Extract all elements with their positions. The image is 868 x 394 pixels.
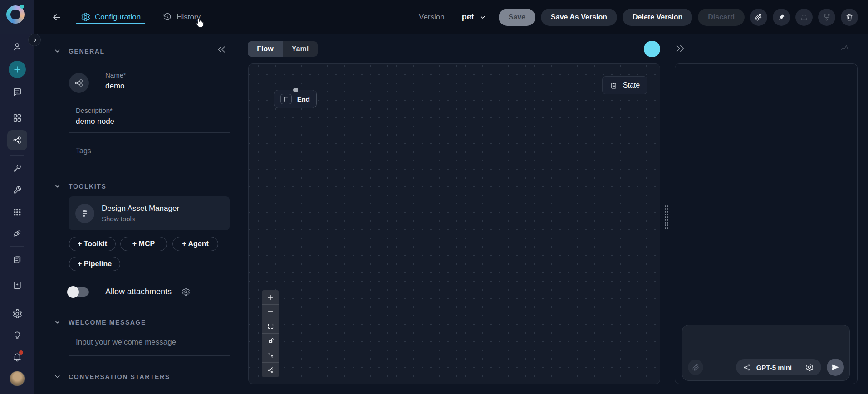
allow-attachments-toggle[interactable] xyxy=(68,287,89,297)
version-dropdown[interactable]: pet xyxy=(462,12,487,22)
nav-documents[interactable] xyxy=(7,249,27,269)
allow-attachments-row: Allow attachments xyxy=(68,287,190,297)
rail-divider xyxy=(10,105,24,105)
copy-link-button[interactable] xyxy=(750,9,767,26)
save-as-version-button[interactable]: Save As Version xyxy=(541,9,617,26)
toolkit-card[interactable]: Design Asset Manager Show tools xyxy=(69,196,230,230)
workflow-icon xyxy=(74,78,84,88)
fork-button[interactable] xyxy=(818,9,835,26)
delete-version-button[interactable]: Delete Version xyxy=(623,9,692,26)
gear-icon xyxy=(12,309,22,319)
attachments-settings-icon[interactable] xyxy=(181,287,190,296)
chat-input-container[interactable]: GPT-5 mini xyxy=(682,325,850,381)
activity-icon[interactable] xyxy=(840,44,849,54)
back-button[interactable] xyxy=(50,10,64,24)
nav-notifications[interactable] xyxy=(7,347,27,367)
welcome-message-field[interactable] xyxy=(76,338,212,347)
send-button[interactable] xyxy=(827,359,844,376)
chevron-down-icon xyxy=(54,318,61,326)
rail-divider xyxy=(10,272,24,272)
rail-expand-button[interactable] xyxy=(28,34,41,46)
pin-button[interactable] xyxy=(773,9,790,26)
notification-dot xyxy=(19,350,23,355)
description-field[interactable] xyxy=(76,117,194,126)
node-connection-handle[interactable] xyxy=(293,88,298,92)
figma-icon xyxy=(75,204,94,223)
panel-resize-handle[interactable] xyxy=(664,205,669,229)
lock-button[interactable] xyxy=(262,334,279,348)
field-underline xyxy=(69,132,230,133)
add-toolkit-button[interactable]: + Toolkit xyxy=(69,237,116,251)
toggle-knob xyxy=(67,286,79,298)
toolkit-name: Design Asset Manager xyxy=(102,204,179,213)
chevron-right-icon xyxy=(31,37,38,44)
section-welcome-message[interactable]: WELCOME MESSAGE xyxy=(54,318,146,326)
nav-integrations[interactable] xyxy=(7,202,27,222)
export-button[interactable] xyxy=(795,9,813,26)
add-agent-button[interactable]: + Agent xyxy=(172,237,218,251)
top-bar: Configuration History Version pet Save S… xyxy=(0,0,868,34)
section-general[interactable]: GENERAL xyxy=(54,47,105,55)
section-starters-title: CONVERSATION STARTERS xyxy=(69,373,170,380)
section-toolkits[interactable]: TOOLKITS xyxy=(54,182,106,190)
nav-credentials[interactable] xyxy=(7,158,27,178)
model-settings-button[interactable] xyxy=(799,363,819,371)
expand-right-panel-button[interactable] xyxy=(675,44,685,55)
app-logo[interactable] xyxy=(0,0,34,34)
attach-file-button[interactable] xyxy=(688,360,703,375)
version-label: Version xyxy=(419,13,445,22)
add-mcp-button[interactable]: + MCP xyxy=(120,237,167,251)
description-label: Description* xyxy=(76,107,113,114)
agent-avatar[interactable] xyxy=(69,73,89,93)
zoom-out-button[interactable] xyxy=(262,305,279,319)
view-tab-yaml[interactable]: Yaml xyxy=(283,41,318,57)
tab-configuration[interactable]: Configuration xyxy=(76,0,145,34)
state-button[interactable]: State xyxy=(602,76,647,94)
add-node-button[interactable] xyxy=(644,41,660,57)
nav-profile[interactable] xyxy=(7,37,27,57)
tab-history[interactable]: History xyxy=(158,0,205,34)
history-icon xyxy=(162,12,172,22)
zoom-in-button[interactable] xyxy=(262,290,279,305)
field-underline xyxy=(98,98,230,98)
tags-field[interactable] xyxy=(76,147,194,155)
name-field[interactable] xyxy=(105,82,223,91)
canvas-controls xyxy=(262,290,279,377)
allow-attachments-label: Allow attachments xyxy=(105,287,172,297)
workflow-icon xyxy=(12,135,22,145)
show-tools-link[interactable]: Show tools xyxy=(102,215,179,223)
save-button[interactable]: Save xyxy=(499,9,535,26)
nav-chats[interactable] xyxy=(7,82,27,102)
version-value: pet xyxy=(462,12,474,22)
nav-ideas[interactable] xyxy=(7,326,27,345)
nav-create-button[interactable] xyxy=(9,61,26,78)
shrink-icon xyxy=(268,352,274,358)
collapse-panel-button[interactable] xyxy=(217,45,226,56)
nav-settings[interactable] xyxy=(7,304,27,324)
active-tab-underline xyxy=(76,23,145,24)
book-sparkle-icon xyxy=(12,280,22,290)
nav-collections[interactable] xyxy=(7,224,27,243)
model-selector[interactable]: GPT-5 mini xyxy=(736,359,821,375)
view-tab-flow[interactable]: Flow xyxy=(248,41,283,57)
key-icon xyxy=(12,163,22,173)
nav-tools[interactable] xyxy=(7,180,27,200)
chevron-down-icon xyxy=(54,47,61,55)
flow-canvas[interactable]: End State xyxy=(248,63,660,384)
configuration-panel: GENERAL Name* Description* TOOLKITS Desi… xyxy=(34,35,241,394)
nav-knowledge[interactable] xyxy=(7,275,27,295)
lock-icon xyxy=(267,337,274,344)
node-end[interactable]: End xyxy=(274,90,317,108)
shrink-button[interactable] xyxy=(262,348,279,363)
nav-workflows[interactable] xyxy=(7,130,27,150)
nav-account[interactable] xyxy=(7,369,27,389)
add-pipeline-button[interactable]: + Pipeline xyxy=(69,257,120,271)
apps-grid-icon xyxy=(12,113,22,123)
discard-button[interactable]: Discard xyxy=(698,9,745,26)
clipboard-icon xyxy=(610,82,618,89)
section-conversation-starters[interactable]: CONVERSATION STARTERS xyxy=(54,373,170,380)
share-view-button[interactable] xyxy=(262,363,279,377)
delete-button[interactable] xyxy=(841,9,858,26)
fit-view-button[interactable] xyxy=(262,319,279,334)
nav-apps[interactable] xyxy=(7,108,27,128)
